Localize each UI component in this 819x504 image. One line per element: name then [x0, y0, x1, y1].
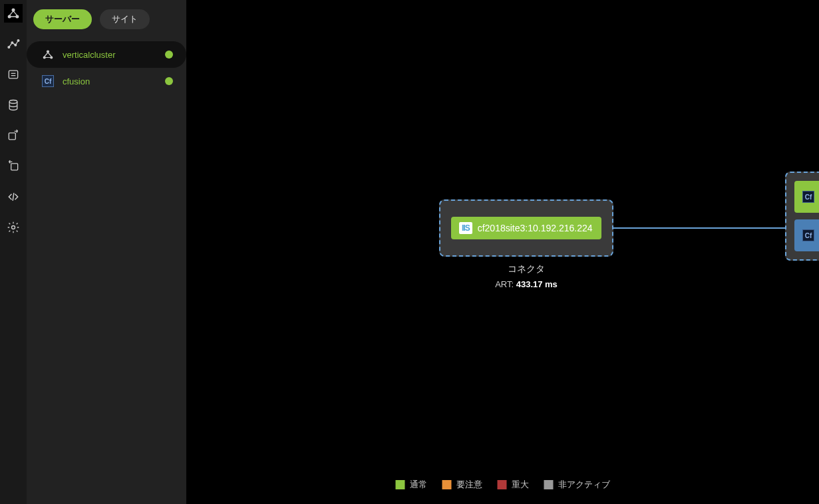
rail-export-icon[interactable]	[4, 126, 23, 145]
connector-card[interactable]: IIS cf2018site3:10.192.216.224	[451, 217, 601, 239]
connector-node[interactable]: IIS cf2018site3:10.192.216.224	[439, 199, 613, 257]
sidebar-tabs: サーバー サイト	[27, 0, 186, 39]
cf-icon: Cf	[802, 229, 814, 241]
tree-label: verticalcluster	[63, 50, 157, 60]
svg-point-2	[16, 15, 19, 18]
connector-server-link	[613, 227, 785, 229]
cf-icon: Cf	[802, 191, 814, 203]
instance-card-instance2[interactable]: Cf instance2 10.192.216.224:instance2:85…	[794, 219, 819, 251]
rail-graph-icon[interactable]	[4, 35, 23, 53]
rail-gear-icon[interactable]	[4, 218, 23, 237]
swatch-inactive-icon	[544, 480, 553, 489]
svg-point-13	[43, 57, 45, 59]
instance-card-instance1[interactable]: Cf instance1 10.192.216.224:instance1:85…	[794, 181, 819, 213]
legend-crit: 重大	[497, 479, 529, 491]
connector-caption: コネクタ ART: 433.17 ms	[439, 263, 613, 289]
cluster-icon	[41, 48, 55, 61]
sidebar: サーバー サイト verticalcluster Cf cfusion	[27, 0, 186, 504]
legend-inactive: 非アクティブ	[544, 479, 610, 491]
connector-label: cf2018site3:10.192.216.224	[478, 223, 593, 233]
swatch-warn-icon	[442, 480, 451, 489]
svg-point-0	[12, 9, 15, 11]
rail-code-icon[interactable]	[4, 188, 23, 206]
legend-normal: 通常	[395, 479, 427, 491]
status-dot-icon	[165, 51, 173, 59]
topology-canvas: IIS cf2018site3:10.192.216.224 コネクタ ART:…	[186, 0, 819, 504]
svg-point-8	[9, 100, 17, 104]
svg-rect-9	[9, 133, 15, 140]
server-tree: verticalcluster Cf cfusion	[27, 39, 186, 97]
iis-icon: IIS	[459, 222, 472, 234]
rail-database-icon[interactable]	[4, 96, 23, 114]
svg-rect-10	[11, 164, 18, 170]
swatch-crit-icon	[497, 480, 506, 489]
tree-label: cfusion	[63, 76, 157, 86]
svg-point-1	[8, 15, 11, 18]
tree-item-cfusion[interactable]: Cf cfusion	[27, 68, 186, 94]
server-caption: サーバー ART: 0.00 ms	[785, 291, 819, 317]
left-rail	[0, 0, 27, 504]
legend-warn: 要注意	[442, 479, 482, 491]
tab-server[interactable]: サーバー	[33, 9, 92, 29]
svg-point-11	[12, 226, 15, 229]
rail-list-icon[interactable]	[4, 65, 23, 84]
svg-rect-7	[9, 70, 17, 78]
tab-site[interactable]: サイト	[100, 9, 150, 29]
tree-item-verticalcluster[interactable]: verticalcluster	[27, 41, 186, 68]
rail-topology-icon[interactable]	[4, 4, 23, 23]
swatch-normal-icon	[395, 480, 405, 489]
status-dot-icon	[165, 77, 173, 85]
server-node-group: Cf instance1 10.192.216.224:instance1:85…	[785, 172, 819, 261]
cf-icon: Cf	[41, 74, 55, 88]
rail-import-icon[interactable]	[4, 157, 23, 176]
svg-point-14	[51, 57, 53, 59]
svg-point-12	[47, 51, 49, 53]
status-legend: 通常 要注意 重大 非アクティブ	[395, 479, 610, 491]
